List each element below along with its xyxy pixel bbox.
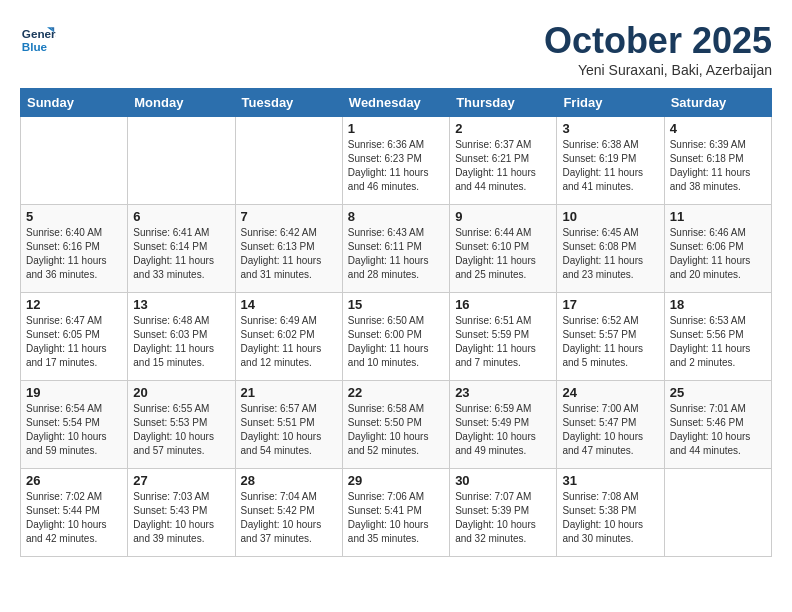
header-saturday: Saturday xyxy=(664,89,771,117)
week-row-4: 26Sunrise: 7:02 AM Sunset: 5:44 PM Dayli… xyxy=(21,469,772,557)
day-cell: 8Sunrise: 6:43 AM Sunset: 6:11 PM Daylig… xyxy=(342,205,449,293)
day-info: Sunrise: 6:46 AM Sunset: 6:06 PM Dayligh… xyxy=(670,226,766,282)
header-wednesday: Wednesday xyxy=(342,89,449,117)
day-info: Sunrise: 6:52 AM Sunset: 5:57 PM Dayligh… xyxy=(562,314,658,370)
day-cell: 17Sunrise: 6:52 AM Sunset: 5:57 PM Dayli… xyxy=(557,293,664,381)
day-cell: 12Sunrise: 6:47 AM Sunset: 6:05 PM Dayli… xyxy=(21,293,128,381)
day-number: 9 xyxy=(455,209,551,224)
day-number: 25 xyxy=(670,385,766,400)
day-info: Sunrise: 6:44 AM Sunset: 6:10 PM Dayligh… xyxy=(455,226,551,282)
day-number: 23 xyxy=(455,385,551,400)
day-info: Sunrise: 6:50 AM Sunset: 6:00 PM Dayligh… xyxy=(348,314,444,370)
day-cell: 4Sunrise: 6:39 AM Sunset: 6:18 PM Daylig… xyxy=(664,117,771,205)
day-cell: 7Sunrise: 6:42 AM Sunset: 6:13 PM Daylig… xyxy=(235,205,342,293)
day-number: 13 xyxy=(133,297,229,312)
day-info: Sunrise: 6:54 AM Sunset: 5:54 PM Dayligh… xyxy=(26,402,122,458)
day-number: 28 xyxy=(241,473,337,488)
day-cell: 2Sunrise: 6:37 AM Sunset: 6:21 PM Daylig… xyxy=(450,117,557,205)
day-number: 6 xyxy=(133,209,229,224)
day-cell: 18Sunrise: 6:53 AM Sunset: 5:56 PM Dayli… xyxy=(664,293,771,381)
title-block: October 2025 Yeni Suraxani, Baki, Azerba… xyxy=(544,20,772,78)
day-number: 24 xyxy=(562,385,658,400)
day-cell: 28Sunrise: 7:04 AM Sunset: 5:42 PM Dayli… xyxy=(235,469,342,557)
day-cell: 22Sunrise: 6:58 AM Sunset: 5:50 PM Dayli… xyxy=(342,381,449,469)
day-cell xyxy=(21,117,128,205)
day-cell: 25Sunrise: 7:01 AM Sunset: 5:46 PM Dayli… xyxy=(664,381,771,469)
day-info: Sunrise: 6:42 AM Sunset: 6:13 PM Dayligh… xyxy=(241,226,337,282)
header-monday: Monday xyxy=(128,89,235,117)
day-number: 20 xyxy=(133,385,229,400)
day-cell: 13Sunrise: 6:48 AM Sunset: 6:03 PM Dayli… xyxy=(128,293,235,381)
header-thursday: Thursday xyxy=(450,89,557,117)
day-cell: 14Sunrise: 6:49 AM Sunset: 6:02 PM Dayli… xyxy=(235,293,342,381)
day-cell: 24Sunrise: 7:00 AM Sunset: 5:47 PM Dayli… xyxy=(557,381,664,469)
day-info: Sunrise: 6:55 AM Sunset: 5:53 PM Dayligh… xyxy=(133,402,229,458)
day-number: 14 xyxy=(241,297,337,312)
day-cell: 15Sunrise: 6:50 AM Sunset: 6:00 PM Dayli… xyxy=(342,293,449,381)
day-number: 29 xyxy=(348,473,444,488)
day-info: Sunrise: 6:58 AM Sunset: 5:50 PM Dayligh… xyxy=(348,402,444,458)
day-info: Sunrise: 7:06 AM Sunset: 5:41 PM Dayligh… xyxy=(348,490,444,546)
day-cell: 16Sunrise: 6:51 AM Sunset: 5:59 PM Dayli… xyxy=(450,293,557,381)
day-info: Sunrise: 7:02 AM Sunset: 5:44 PM Dayligh… xyxy=(26,490,122,546)
day-info: Sunrise: 6:47 AM Sunset: 6:05 PM Dayligh… xyxy=(26,314,122,370)
day-cell: 29Sunrise: 7:06 AM Sunset: 5:41 PM Dayli… xyxy=(342,469,449,557)
day-number: 4 xyxy=(670,121,766,136)
day-info: Sunrise: 6:48 AM Sunset: 6:03 PM Dayligh… xyxy=(133,314,229,370)
day-info: Sunrise: 7:03 AM Sunset: 5:43 PM Dayligh… xyxy=(133,490,229,546)
day-info: Sunrise: 7:00 AM Sunset: 5:47 PM Dayligh… xyxy=(562,402,658,458)
day-number: 15 xyxy=(348,297,444,312)
day-number: 19 xyxy=(26,385,122,400)
day-cell: 6Sunrise: 6:41 AM Sunset: 6:14 PM Daylig… xyxy=(128,205,235,293)
day-number: 18 xyxy=(670,297,766,312)
day-cell xyxy=(235,117,342,205)
week-row-3: 19Sunrise: 6:54 AM Sunset: 5:54 PM Dayli… xyxy=(21,381,772,469)
day-info: Sunrise: 6:36 AM Sunset: 6:23 PM Dayligh… xyxy=(348,138,444,194)
day-cell: 30Sunrise: 7:07 AM Sunset: 5:39 PM Dayli… xyxy=(450,469,557,557)
logo: General Blue xyxy=(20,20,56,56)
day-number: 7 xyxy=(241,209,337,224)
day-info: Sunrise: 6:41 AM Sunset: 6:14 PM Dayligh… xyxy=(133,226,229,282)
calendar-table: SundayMondayTuesdayWednesdayThursdayFrid… xyxy=(20,88,772,557)
day-cell: 9Sunrise: 6:44 AM Sunset: 6:10 PM Daylig… xyxy=(450,205,557,293)
location-subtitle: Yeni Suraxani, Baki, Azerbaijan xyxy=(544,62,772,78)
day-number: 16 xyxy=(455,297,551,312)
header-row: SundayMondayTuesdayWednesdayThursdayFrid… xyxy=(21,89,772,117)
day-info: Sunrise: 6:43 AM Sunset: 6:11 PM Dayligh… xyxy=(348,226,444,282)
day-cell xyxy=(664,469,771,557)
day-number: 2 xyxy=(455,121,551,136)
day-info: Sunrise: 6:51 AM Sunset: 5:59 PM Dayligh… xyxy=(455,314,551,370)
day-cell: 3Sunrise: 6:38 AM Sunset: 6:19 PM Daylig… xyxy=(557,117,664,205)
day-number: 12 xyxy=(26,297,122,312)
day-cell: 19Sunrise: 6:54 AM Sunset: 5:54 PM Dayli… xyxy=(21,381,128,469)
day-info: Sunrise: 6:57 AM Sunset: 5:51 PM Dayligh… xyxy=(241,402,337,458)
week-row-0: 1Sunrise: 6:36 AM Sunset: 6:23 PM Daylig… xyxy=(21,117,772,205)
day-number: 8 xyxy=(348,209,444,224)
day-cell: 1Sunrise: 6:36 AM Sunset: 6:23 PM Daylig… xyxy=(342,117,449,205)
day-cell: 27Sunrise: 7:03 AM Sunset: 5:43 PM Dayli… xyxy=(128,469,235,557)
day-cell: 21Sunrise: 6:57 AM Sunset: 5:51 PM Dayli… xyxy=(235,381,342,469)
week-row-1: 5Sunrise: 6:40 AM Sunset: 6:16 PM Daylig… xyxy=(21,205,772,293)
day-info: Sunrise: 7:01 AM Sunset: 5:46 PM Dayligh… xyxy=(670,402,766,458)
day-cell: 20Sunrise: 6:55 AM Sunset: 5:53 PM Dayli… xyxy=(128,381,235,469)
logo-icon: General Blue xyxy=(20,20,56,56)
week-row-2: 12Sunrise: 6:47 AM Sunset: 6:05 PM Dayli… xyxy=(21,293,772,381)
day-cell: 10Sunrise: 6:45 AM Sunset: 6:08 PM Dayli… xyxy=(557,205,664,293)
day-cell: 11Sunrise: 6:46 AM Sunset: 6:06 PM Dayli… xyxy=(664,205,771,293)
day-info: Sunrise: 7:08 AM Sunset: 5:38 PM Dayligh… xyxy=(562,490,658,546)
day-number: 30 xyxy=(455,473,551,488)
day-info: Sunrise: 6:37 AM Sunset: 6:21 PM Dayligh… xyxy=(455,138,551,194)
day-number: 21 xyxy=(241,385,337,400)
day-info: Sunrise: 6:39 AM Sunset: 6:18 PM Dayligh… xyxy=(670,138,766,194)
day-number: 22 xyxy=(348,385,444,400)
header-tuesday: Tuesday xyxy=(235,89,342,117)
day-number: 5 xyxy=(26,209,122,224)
day-info: Sunrise: 6:38 AM Sunset: 6:19 PM Dayligh… xyxy=(562,138,658,194)
page-header: General Blue October 2025 Yeni Suraxani,… xyxy=(20,20,772,78)
header-sunday: Sunday xyxy=(21,89,128,117)
day-info: Sunrise: 6:59 AM Sunset: 5:49 PM Dayligh… xyxy=(455,402,551,458)
day-cell: 31Sunrise: 7:08 AM Sunset: 5:38 PM Dayli… xyxy=(557,469,664,557)
day-number: 27 xyxy=(133,473,229,488)
day-cell xyxy=(128,117,235,205)
day-number: 1 xyxy=(348,121,444,136)
